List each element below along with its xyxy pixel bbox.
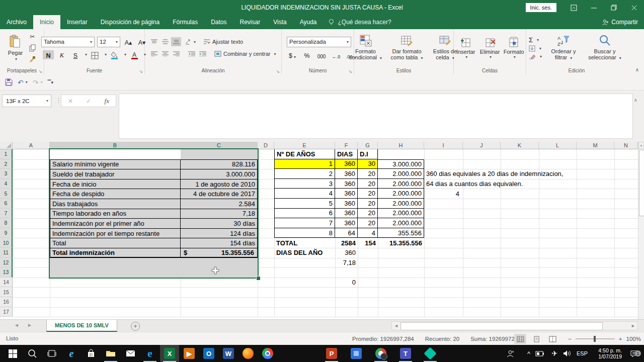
collapse-formula-bar-button[interactable]: ∧ [634, 98, 637, 103]
column-header-M[interactable]: M [577, 142, 614, 149]
align-left-button[interactable] [149, 49, 159, 58]
cell-F8[interactable]: 360 [335, 218, 358, 228]
orientation-button[interactable]: ▾ [184, 37, 197, 46]
cell-F5[interactable]: 360 [335, 189, 358, 199]
column-header-I[interactable]: I [424, 142, 463, 149]
cancel-entry-button[interactable]: ✕ [68, 98, 73, 105]
cell-B8[interactable]: Indemnizacón por el primer año [50, 218, 181, 228]
filmora-button[interactable] [421, 345, 440, 362]
horizontal-scroll-thumb[interactable] [400, 322, 603, 330]
cell-H5[interactable]: 2.000.000 [378, 189, 424, 199]
row-header-14[interactable]: 14 [0, 278, 13, 288]
cell-G4[interactable]: 20 [358, 179, 378, 189]
row-header-8[interactable]: 8 [0, 218, 13, 228]
row-header-6[interactable]: 6 [0, 199, 13, 209]
row-header-7[interactable]: 7 [0, 209, 13, 219]
column-header-A[interactable]: A [13, 142, 50, 149]
collapse-ribbon-button[interactable]: ∧ [635, 67, 639, 72]
cell-F14[interactable]: 0 [335, 278, 358, 288]
row-header-1[interactable]: 1 [0, 149, 13, 159]
cell-B6[interactable]: Dias trabajados [50, 199, 181, 209]
minimize-button[interactable] [584, 0, 604, 15]
row-header-4[interactable]: 4 [0, 179, 13, 189]
column-header-J[interactable]: J [463, 142, 501, 149]
cell-F7[interactable]: 360 [335, 209, 358, 219]
chrome-profile-button[interactable] [371, 345, 390, 362]
mail-button[interactable] [121, 345, 140, 362]
word-button[interactable]: W [219, 345, 238, 362]
language-indicator[interactable]: ESP [577, 345, 588, 362]
column-header-D[interactable]: D [258, 142, 274, 149]
bold-button[interactable]: N [43, 50, 54, 59]
cell-G5[interactable]: 20 [358, 189, 378, 199]
column-header-G[interactable]: G [358, 142, 378, 149]
cell-H2[interactable]: 3.000.000 [378, 159, 424, 169]
cell-C6[interactable]: 2.584 [181, 199, 258, 209]
cell-B10[interactable]: Total [50, 238, 181, 248]
comma-format-button[interactable]: 000 [316, 50, 327, 59]
cell-B9[interactable]: Indemnización por el tiempo restante [50, 228, 181, 238]
row-header-5[interactable]: 5 [0, 189, 13, 199]
cell-C2[interactable]: 828.116 [181, 159, 258, 169]
cell-G1[interactable]: D.I [358, 149, 378, 159]
fill-color-dropdown-icon[interactable]: ▾ [124, 52, 126, 57]
decrease-indent-button[interactable] [187, 49, 197, 58]
scroll-right-button[interactable]: ► [631, 323, 635, 328]
confirm-entry-button[interactable]: ✓ [86, 98, 91, 105]
paste-button[interactable]: Pegar ▾ [6, 34, 25, 62]
horizontal-scrollbar[interactable]: ◄ ► [391, 321, 638, 330]
airplane-mode-tray-icon[interactable]: ✈ [551, 345, 557, 362]
cell-E7[interactable]: 6 [274, 209, 335, 219]
cell-E6[interactable]: 5 [274, 199, 335, 209]
column-header-H[interactable]: H [378, 142, 424, 149]
close-button[interactable] [624, 0, 644, 15]
cell-H8[interactable]: 2.000.000 [378, 218, 424, 228]
cell-G10[interactable]: 154 [358, 238, 378, 248]
microsoft-store-button[interactable] [82, 345, 101, 362]
autosum-button[interactable]: Σ▾ [529, 36, 539, 44]
formula-bar-input[interactable] [119, 94, 633, 139]
font-color-button[interactable]: A [129, 50, 140, 59]
cell-E3[interactable]: 2 [274, 169, 335, 179]
font-size-select[interactable]: 12▾ [97, 37, 120, 47]
column-header-F[interactable]: F [335, 142, 358, 149]
number-dialog-launcher-icon[interactable]: ↘ [348, 69, 352, 74]
row-header-12[interactable]: 12 [0, 258, 13, 268]
row-header-2[interactable]: 2 [0, 159, 13, 169]
excel-taskbar-button[interactable]: X [160, 345, 179, 362]
hidden-icons-button[interactable]: ^ [527, 345, 530, 362]
cut-button[interactable]: ✂ [27, 32, 38, 41]
firefox-button[interactable] [238, 345, 258, 362]
menu-tab-f-rmulas[interactable]: Fórmulas [166, 15, 204, 29]
cell-B3[interactable]: Sueldo del trabajador [50, 169, 181, 179]
tell-me-search[interactable]: ¿Qué desea hacer? [323, 15, 396, 29]
cell-I3[interactable]: 360 dias equivales a 20 dias de indemniz… [424, 169, 590, 179]
align-bottom-button[interactable] [171, 37, 181, 46]
start-button[interactable] [3, 345, 22, 362]
file-explorer-button[interactable] [101, 345, 120, 362]
cell-H4[interactable]: 2.000.000 [378, 179, 424, 189]
percent-format-button[interactable]: % [301, 50, 312, 59]
cell-E2[interactable]: 1 [274, 159, 335, 169]
menu-tab-datos[interactable]: Datos [204, 15, 233, 29]
alignment-dialog-launcher-icon[interactable]: ↘ [276, 69, 280, 74]
fill-button[interactable]: ▾ [529, 45, 541, 52]
column-header-N[interactable]: N [614, 142, 638, 149]
cell-G7[interactable]: 20 [358, 209, 378, 219]
vertical-scrollbar[interactable]: ▲ [638, 142, 644, 319]
outlook-button[interactable]: O [199, 345, 218, 362]
align-middle-button[interactable] [160, 37, 170, 46]
row-header-10[interactable]: 10 [0, 238, 13, 248]
column-header-C[interactable]: C [181, 142, 258, 149]
edge-button[interactable]: e [140, 345, 159, 362]
action-center-button[interactable]: 1 [630, 345, 639, 362]
cell-E8[interactable]: 7 [274, 218, 335, 228]
cell-F10[interactable]: 2584 [335, 238, 358, 248]
conditional-formatting-button[interactable]: Formato condicional ▾ [346, 33, 386, 62]
column-header-K[interactable]: K [501, 142, 539, 149]
zoom-slider[interactable] [576, 338, 615, 339]
underline-button[interactable]: S [70, 50, 81, 59]
find-select-button[interactable]: Buscar y seleccionar ▾ [585, 33, 624, 62]
battery-tray-icon[interactable] [535, 345, 544, 362]
underline-dropdown-icon[interactable]: ▾ [85, 52, 87, 57]
